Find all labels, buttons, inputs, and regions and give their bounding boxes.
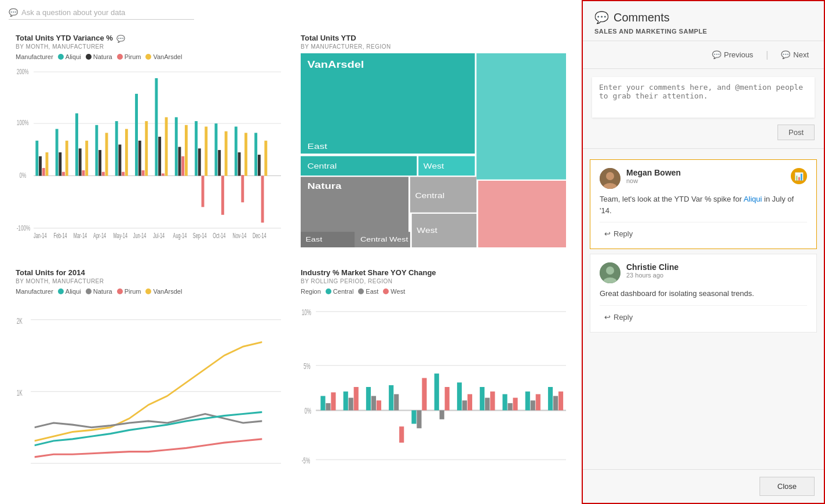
svg-point-131 <box>606 172 614 180</box>
svg-text:VanArsdel: VanArsdel <box>307 60 364 70</box>
y-label-200: 200% <box>17 67 29 76</box>
svg-rect-113 <box>440 410 444 419</box>
line-chart-panel: Total Units for 2014 BY MONTH, MANUFACTU… <box>9 262 288 491</box>
treemap-subtitle: BY MANUFACTURER, REGION <box>301 43 566 50</box>
line-chart-title: Total Units for 2014 <box>16 268 281 277</box>
line-legend-natura: Natura <box>86 288 112 295</box>
svg-rect-117 <box>468 394 472 410</box>
comments-icon: 💬 <box>594 10 609 24</box>
comment-time-1: now <box>626 177 785 184</box>
svg-rect-99 <box>331 392 335 410</box>
reply-label-2: Reply <box>614 313 633 322</box>
svg-rect-32 <box>175 117 178 176</box>
comment-meta-2: Christie Cline 23 hours ago <box>626 262 807 279</box>
next-button[interactable]: 💬 Next <box>775 47 815 63</box>
svg-rect-111 <box>422 378 426 411</box>
svg-rect-121 <box>502 394 507 410</box>
next-icon: 💬 <box>781 50 790 59</box>
line-chart-legend: Manufacturer Aliqui Natura Pirum VanArsd… <box>16 288 281 295</box>
svg-rect-98 <box>326 403 330 410</box>
svg-rect-104 <box>371 396 376 411</box>
legend-natura: Natura <box>86 53 112 60</box>
svg-rect-38 <box>202 176 205 207</box>
bar-chart-comment-icon[interactable]: 💬 <box>116 35 125 43</box>
chart-badge-1: 📊 <box>791 168 807 184</box>
legend-aliqui: Aliqui <box>58 53 81 60</box>
svg-text:Central: Central <box>307 162 337 170</box>
comment-top-1: Megan Bowen now 📊 <box>600 168 807 189</box>
comment-footer-2: ↩ Reply <box>600 305 807 324</box>
comment-actions: Post <box>592 125 815 140</box>
svg-text:Aug-14: Aug-14 <box>173 232 187 239</box>
line-legend-vanarsdel: VanArsdel <box>145 288 182 295</box>
svg-rect-115 <box>457 382 462 410</box>
market-legend-label: Region <box>301 288 321 295</box>
svg-text:East: East <box>307 142 327 151</box>
svg-text:Apr-14: Apr-14 <box>93 232 106 239</box>
comment-textarea[interactable] <box>592 77 815 118</box>
svg-rect-24 <box>135 94 138 176</box>
svg-text:0%: 0% <box>305 406 312 417</box>
svg-point-134 <box>606 266 614 275</box>
reply-button-1[interactable]: ↩ Reply <box>600 227 637 240</box>
market-chart-title: Industry % Market Share YOY Change <box>301 268 566 277</box>
svg-text:Central West: Central West <box>360 236 408 243</box>
svg-rect-18 <box>102 172 105 176</box>
market-legend-central: Central <box>326 288 353 295</box>
next-label: Next <box>793 50 809 59</box>
market-chart-legend: Region Central East West <box>301 288 566 295</box>
svg-rect-47 <box>244 133 247 176</box>
avatar-image-megan <box>600 168 620 189</box>
svg-rect-16 <box>95 125 98 176</box>
svg-rect-15 <box>85 141 88 176</box>
reply-icon-2: ↩ <box>604 313 611 322</box>
svg-rect-119 <box>485 398 490 411</box>
previous-button[interactable]: 💬 Previous <box>706 47 760 63</box>
svg-rect-33 <box>178 147 181 176</box>
comments-title: 💬 Comments <box>594 10 812 24</box>
avatar-megan <box>600 168 620 189</box>
comment-body-1: Team, let's look at the YTD Var % spike … <box>600 193 807 216</box>
close-button[interactable]: Close <box>760 477 815 496</box>
svg-text:Dec-14: Dec-14 <box>253 232 267 239</box>
legend-label: Manufacturer <box>16 53 53 60</box>
svg-rect-26 <box>142 170 145 176</box>
comment-item-2: Christie Cline 23 hours ago Great dashbo… <box>590 254 817 333</box>
comments-title-text: Comments <box>614 11 670 24</box>
svg-rect-14 <box>82 170 85 176</box>
svg-rect-34 <box>181 156 184 176</box>
treemap-title: Total Units YTD <box>301 34 566 42</box>
svg-text:Mar-14: Mar-14 <box>74 232 87 239</box>
comment-meta-1: Megan Bowen now <box>626 168 785 184</box>
line-chart-visual: 2K 1K <box>16 297 281 477</box>
svg-rect-112 <box>435 374 439 411</box>
svg-text:Sep-14: Sep-14 <box>193 232 207 239</box>
svg-text:5%: 5% <box>304 361 311 371</box>
svg-rect-127 <box>548 387 553 410</box>
svg-rect-12 <box>75 114 78 176</box>
svg-text:2K: 2K <box>17 316 23 327</box>
svg-rect-122 <box>508 403 512 410</box>
svg-rect-29 <box>158 137 161 176</box>
svg-rect-42 <box>221 176 224 214</box>
dashboard-main: 💬 Ask a question about your data Total U… <box>0 0 582 504</box>
y-label-0: 0% <box>20 171 27 180</box>
post-button[interactable]: Post <box>777 125 815 140</box>
search-bar[interactable]: 💬 Ask a question about your data <box>9 6 194 20</box>
svg-rect-19 <box>105 133 108 176</box>
svg-rect-4 <box>35 141 38 176</box>
reply-button-2[interactable]: ↩ Reply <box>600 311 637 324</box>
line-legend-label: Manufacturer <box>16 288 53 295</box>
svg-text:Nov-14: Nov-14 <box>233 232 247 239</box>
mention-aliqui: Aliqui <box>743 195 762 203</box>
market-chart-subtitle: BY ROLLING PERIOD, REGION <box>301 278 566 284</box>
comments-subtitle: SALES AND MARKETING SAMPLE <box>594 28 812 35</box>
svg-text:West: West <box>424 162 444 170</box>
charts-grid: Total Units YTD Variance % 💬 BY MONTH, M… <box>9 28 573 491</box>
search-placeholder: Ask a question about your data <box>21 8 125 17</box>
svg-rect-106 <box>389 385 393 410</box>
previous-icon: 💬 <box>712 50 721 59</box>
y-label-100: 100% <box>17 118 29 127</box>
svg-text:Jun-14: Jun-14 <box>133 232 147 239</box>
bar-chart-panel: Total Units YTD Variance % 💬 BY MONTH, M… <box>9 28 288 257</box>
